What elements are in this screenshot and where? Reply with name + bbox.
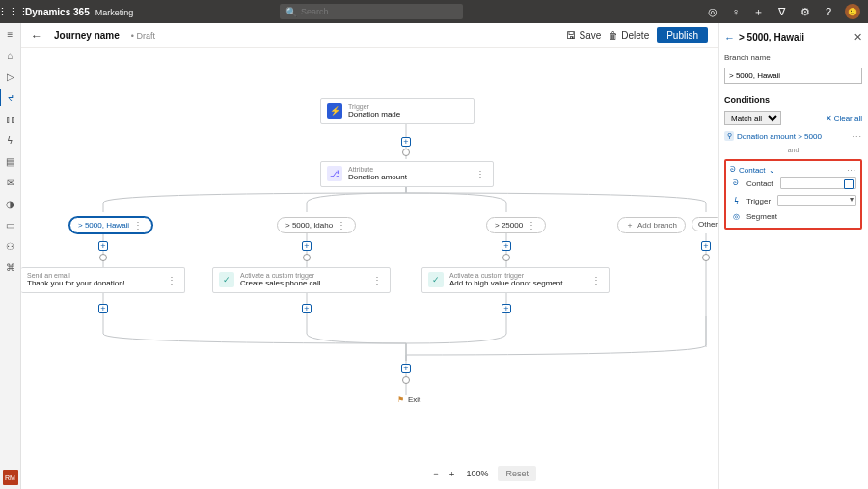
- node-more-button[interactable]: ⋮: [589, 275, 604, 285]
- zoom-level: 100%: [466, 469, 488, 478]
- add-step-button[interactable]: +: [401, 364, 411, 373]
- status-badge: • Draft: [131, 31, 155, 41]
- and-connector: and: [724, 147, 862, 153]
- zoom-controls: − ＋ 100% Reset: [433, 466, 536, 481]
- nav-link-icon[interactable]: ⌘: [4, 260, 17, 274]
- conditions-heading: Conditions: [724, 95, 862, 105]
- publish-button[interactable]: Publish: [657, 27, 708, 43]
- nav-analytics-icon[interactable]: ⫿⫿: [4, 112, 17, 125]
- action-node[interactable]: Send an emailThank you for your donation…: [21, 267, 185, 293]
- help-icon[interactable]: ?: [822, 5, 835, 18]
- settings-icon[interactable]: ⚙: [799, 5, 812, 18]
- pill-more-button[interactable]: ⋮: [337, 220, 347, 231]
- branch-pill-selected[interactable]: > 5000, Hawaii⋮: [69, 217, 152, 233]
- nav-email-icon[interactable]: ✉: [4, 176, 17, 189]
- left-nav: ≡ ⌂ ▷ ᔪ ⫿⫿ ϟ ▤ ✉ ◑ ▭ ⚇ ⌘ RM: [0, 23, 21, 489]
- clear-all-button[interactable]: ✕Clear all: [826, 114, 862, 122]
- flag-icon: ⚑: [397, 395, 404, 404]
- add-condition-type[interactable]: Contact: [739, 166, 766, 175]
- add-step-button[interactable]: +: [98, 304, 108, 313]
- branch-icon: ⎇: [327, 166, 342, 181]
- nav-form-icon[interactable]: ▭: [4, 218, 17, 231]
- node-more-button[interactable]: ⋮: [165, 275, 179, 285]
- option-contact[interactable]: ᘐContact: [730, 175, 856, 192]
- trigger-icon: ✓: [219, 272, 234, 287]
- property-panel: ← > 5000, Hawaii ✕ Branch name Condition…: [718, 23, 868, 489]
- chevron-down-icon: ⌄: [769, 166, 775, 175]
- segment-icon: ◎: [730, 212, 742, 221]
- search-icon: 🔍: [285, 7, 297, 17]
- add-step-button[interactable]: +: [502, 241, 511, 251]
- add-step-button[interactable]: +: [302, 241, 312, 251]
- pill-more-button[interactable]: ⋮: [133, 220, 144, 231]
- attribute-node[interactable]: ⎇ AttributeDonation amount ⋮: [320, 161, 494, 187]
- nav-home-icon[interactable]: ⌂: [4, 48, 17, 62]
- add-icon[interactable]: ＋: [752, 5, 766, 18]
- nav-journeys-icon[interactable]: ᔪ: [4, 91, 17, 104]
- connector-dot: [303, 254, 311, 261]
- add-step-button[interactable]: +: [701, 241, 711, 251]
- clear-icon: ✕: [826, 114, 832, 122]
- brand: Dynamics 365 Marketing: [25, 7, 133, 17]
- search-input[interactable]: [301, 7, 457, 16]
- connector-dot: [402, 149, 410, 156]
- add-step-button[interactable]: +: [401, 137, 411, 147]
- delete-button[interactable]: 🗑Delete: [609, 30, 649, 41]
- pill-more-button[interactable]: ⋮: [527, 220, 537, 231]
- panel-close-button[interactable]: ✕: [854, 31, 862, 43]
- action-node[interactable]: ✓ Activate a custom triggerCreate sales …: [212, 267, 391, 293]
- trigger-icon: ✓: [428, 272, 444, 287]
- lightbulb-icon[interactable]: ♀: [729, 5, 743, 18]
- app-launcher-icon[interactable]: ⋮⋮⋮: [4, 6, 21, 18]
- add-branch-button[interactable]: ＋Add branch: [617, 217, 686, 233]
- zoom-reset-button[interactable]: Reset: [498, 466, 536, 481]
- nav-audience-icon[interactable]: ⚇: [4, 239, 17, 253]
- connector-dot: [99, 254, 107, 261]
- save-button[interactable]: 🖫Save: [566, 30, 601, 41]
- branch-other-pill[interactable]: Other: [692, 217, 718, 231]
- command-bar: ← Journey name • Draft 🖫Save 🗑Delete Pub…: [21, 23, 718, 48]
- zoom-in-button[interactable]: ＋: [448, 468, 456, 480]
- connector-dot: [402, 376, 410, 384]
- filter-icon[interactable]: ∇: [775, 5, 789, 18]
- back-button[interactable]: ←: [31, 29, 42, 42]
- branch-name-input[interactable]: [724, 68, 862, 84]
- nav-bolt-icon[interactable]: ϟ: [4, 133, 17, 147]
- panel-title: > 5000, Hawaii: [739, 32, 804, 42]
- trigger-field-picker[interactable]: [777, 195, 856, 206]
- existing-condition[interactable]: ⚲Donation amount > 5000 ···: [724, 131, 862, 141]
- trigger-node[interactable]: ⚡ TriggerDonation made: [320, 98, 475, 124]
- branch-name-label: Branch name: [724, 53, 862, 62]
- node-more-button[interactable]: ⋮: [370, 275, 385, 285]
- nav-menu-icon[interactable]: ≡: [4, 27, 17, 41]
- match-select[interactable]: Match all: [724, 111, 781, 125]
- zoom-out-button[interactable]: −: [433, 469, 438, 478]
- user-avatar[interactable]: 🙂: [845, 4, 860, 19]
- condition-more-button[interactable]: ···: [847, 166, 856, 175]
- journey-canvas[interactable]: ⚡ TriggerDonation made + ⎇ AttributeDona…: [21, 48, 718, 489]
- branch-pill[interactable]: > 5000, Idaho⋮: [277, 217, 356, 233]
- add-step-button[interactable]: +: [502, 304, 511, 313]
- header-actions: ◎ ♀ ＋ ∇ ⚙ ? 🙂: [706, 4, 864, 19]
- nav-play-icon[interactable]: ▷: [4, 69, 17, 83]
- node-more-button[interactable]: ⋮: [474, 169, 488, 179]
- option-trigger[interactable]: ϟTrigger: [730, 192, 856, 209]
- nav-list-icon[interactable]: ▤: [4, 154, 17, 168]
- assist-icon[interactable]: ◎: [706, 5, 719, 18]
- save-icon: 🖫: [566, 30, 576, 41]
- nav-clock-icon[interactable]: ◑: [4, 197, 17, 210]
- branch-pill[interactable]: > 25000⋮: [486, 217, 546, 233]
- connector-dot: [702, 254, 710, 261]
- panel-back-button[interactable]: ←: [724, 32, 735, 43]
- option-segment[interactable]: ◎Segment: [730, 209, 856, 224]
- connector-dot: [502, 254, 510, 261]
- nav-area-switcher[interactable]: RM: [3, 470, 18, 485]
- add-step-button[interactable]: +: [302, 304, 312, 313]
- condition-more-button[interactable]: ···: [852, 131, 862, 141]
- action-node[interactable]: ✓ Activate a custom triggerAdd to high v…: [421, 267, 610, 293]
- global-search[interactable]: 🔍: [280, 4, 463, 19]
- add-step-button[interactable]: +: [98, 241, 108, 251]
- contact-field-picker[interactable]: [780, 177, 856, 189]
- person-icon: ᘐ: [730, 165, 736, 175]
- add-condition-box: ᘐ Contact ⌄ ··· ᘐContact ϟTrigger ◎Segme…: [724, 159, 862, 230]
